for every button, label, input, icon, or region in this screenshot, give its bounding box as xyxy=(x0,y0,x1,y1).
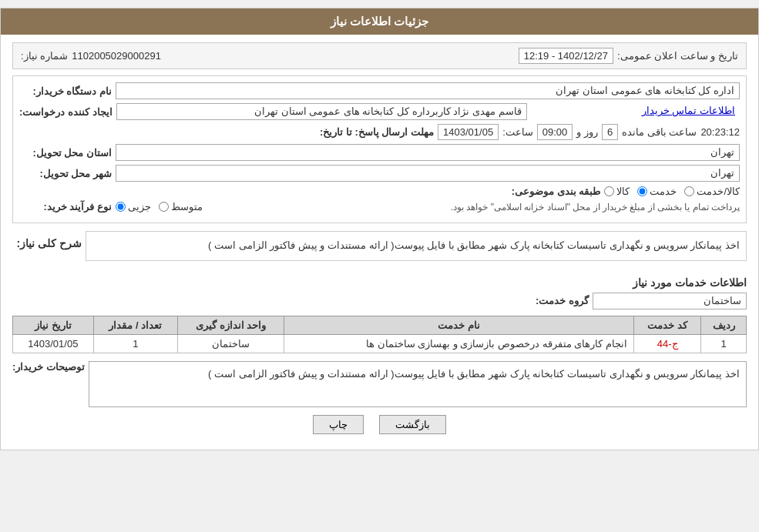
main-info-section: اداره کل کتابخانه های عمومی استان تهران … xyxy=(12,75,747,223)
cat-kala-khadamat-label: کالا/خدمت xyxy=(697,186,740,197)
city-label: شهر محل تحویل: xyxy=(19,168,112,179)
category-row: کالا/خدمت خدمت کالا طبقه بندی موضوعی: xyxy=(19,186,740,197)
buyer-notes-label: توصیحات خریدار: xyxy=(12,361,85,373)
back-button[interactable]: بازگشت xyxy=(379,415,446,434)
deadline-days-label: روز و xyxy=(576,126,598,138)
process-row: پرداخت تمام یا بخشی از مبلغ خریدار از مح… xyxy=(19,201,740,212)
announce-left: تاریخ و ساعت اعلان عمومی: 1402/12/27 - 1… xyxy=(519,48,738,64)
requester-contact-link[interactable]: اطلاعات تماس خریدار xyxy=(531,103,740,120)
deadline-row: 20:23:12 ساعت باقی مانده 6 روز و 09:00 س… xyxy=(19,124,740,140)
buttons-row: بازگشت چاپ xyxy=(12,415,747,434)
table-cell-unit: ساختمان xyxy=(178,334,284,353)
proc-jozvi-label: جزیی xyxy=(128,201,151,212)
category-radio-group: کالا/خدمت خدمت کالا xyxy=(604,186,740,197)
announce-date-label: تاریخ و ساعت اعلان عمومی: xyxy=(617,50,738,62)
cat-kala-radio[interactable] xyxy=(604,186,614,196)
id-value: 1102005029000291 xyxy=(72,50,161,62)
proc-mote-label: متوسط xyxy=(171,201,203,212)
table-cell-code: ج-44 xyxy=(633,334,700,353)
process-label: نوع فرآیند خرید: xyxy=(19,201,112,212)
cat-khadamat-label: خدمت xyxy=(650,186,677,197)
cat-kala-khadamat-item: کالا/خدمت xyxy=(684,186,740,197)
process-radio-group: متوسط جزیی xyxy=(116,201,203,212)
buyer-notes-container: اخذ پیمانکار سرویس و نگهداری تاسیسات کتا… xyxy=(12,361,747,407)
deadline-remain: 20:23:12 xyxy=(700,126,740,138)
table-header-row: ردیف کد خدمت نام خدمت واحد اندازه گیری ت… xyxy=(13,316,747,334)
proc-mote-radio[interactable] xyxy=(159,202,169,212)
deadline-remain-label: ساعت باقی مانده xyxy=(622,126,697,138)
table-cell-row: 1 xyxy=(701,334,747,353)
announce-header: تاریخ و ساعت اعلان عمومی: 1402/12/27 - 1… xyxy=(12,42,747,69)
col-unit: واحد اندازه گیری xyxy=(178,316,284,334)
cat-khadamat-item: خدمت xyxy=(637,186,677,197)
description-container: اخذ پیمانکار سرویس و نگهداری تاسیسات کتا… xyxy=(12,231,747,269)
buyer-org-label: نام دستگاه خریدار: xyxy=(19,85,112,97)
province-value: تهران xyxy=(116,144,740,161)
deadline-label: مهلت ارسال پاسخ: تا تاریخ: xyxy=(320,126,434,138)
print-button[interactable]: چاپ xyxy=(313,415,364,434)
city-value: تهران xyxy=(116,165,740,182)
announce-date-value: 1402/12/27 - 12:19 xyxy=(519,48,613,64)
col-row: ردیف xyxy=(701,316,747,334)
buyer-org-value: اداره کل کتابخانه های عمومی استان تهران xyxy=(116,82,740,99)
cat-khadamat-radio[interactable] xyxy=(637,186,647,196)
col-name: نام خدمت xyxy=(284,316,634,334)
services-section: اطلاعات خدمات مورد نیاز ساختمان گروه خدم… xyxy=(12,276,747,353)
id-label: شماره نیاز: xyxy=(21,50,68,62)
buyer-notes-text: اخذ پیمانکار سرویس و نگهداری تاسیسات کتا… xyxy=(89,361,747,407)
deadline-time: 09:00 xyxy=(537,124,573,140)
process-desc: پرداخت تمام یا بخشی از مبلغ خریدار از مح… xyxy=(451,202,740,212)
deadline-days: 6 xyxy=(602,124,618,140)
province-label: استان محل تحویل: xyxy=(19,147,112,159)
services-title: اطلاعات خدمات مورد نیاز xyxy=(12,276,747,289)
services-table: ردیف کد خدمت نام خدمت واحد اندازه گیری ت… xyxy=(12,316,747,353)
cat-kala-khadamat-radio[interactable] xyxy=(684,186,694,196)
cat-kala-label: کالا xyxy=(616,186,630,197)
requester-value: قاسم مهدی نژاد کاربرداره کل کتابخانه های… xyxy=(116,103,527,120)
proc-mote-item: متوسط xyxy=(159,201,203,212)
province-row: تهران استان محل تحویل: xyxy=(19,144,740,161)
requester-label: ایجاد کننده درخواست: xyxy=(19,106,113,118)
table-cell-qty: 1 xyxy=(93,334,177,353)
col-code: کد خدمت xyxy=(633,316,700,334)
cat-kala-item: کالا xyxy=(604,186,630,197)
service-group-value: ساختمان xyxy=(593,293,747,309)
deadline-date: 1403/01/05 xyxy=(438,124,499,140)
service-group-row: ساختمان گروه خدمت: xyxy=(12,293,747,309)
category-label: طبقه بندی موضوعی: xyxy=(508,186,600,197)
col-date: تاریخ نیاز xyxy=(13,316,94,334)
page-header: جزئیات اطلاعات نیاز xyxy=(1,8,758,35)
deadline-time-label: ساعت: xyxy=(502,126,533,138)
table-cell-date: 1403/01/05 xyxy=(13,334,94,353)
city-row: تهران شهر محل تحویل: xyxy=(19,165,740,182)
buyer-org-row: اداره کل کتابخانه های عمومی استان تهران … xyxy=(19,82,740,99)
table-row: 1ج-44انجام کارهای متفرقه درخصوص بازسازی … xyxy=(13,334,747,353)
announce-right: 1102005029000291 شماره نیاز: xyxy=(21,50,161,62)
col-qty: تعداد / مقدار xyxy=(93,316,177,334)
table-cell-name: انجام کارهای متفرقه درخصوص بازسازی و بهس… xyxy=(284,334,634,353)
proc-jozvi-item: جزیی xyxy=(116,201,151,212)
description-title: شرح کلی نیاز: xyxy=(12,237,82,249)
requester-row: اطلاعات تماس خریدار قاسم مهدی نژاد کاربر… xyxy=(19,103,740,120)
description-text: اخذ پیمانکار سرویس و نگهداری تاسیسات کتا… xyxy=(86,231,747,261)
proc-jozvi-radio[interactable] xyxy=(116,202,126,212)
service-group-label: گروه خدمت: xyxy=(536,295,589,306)
